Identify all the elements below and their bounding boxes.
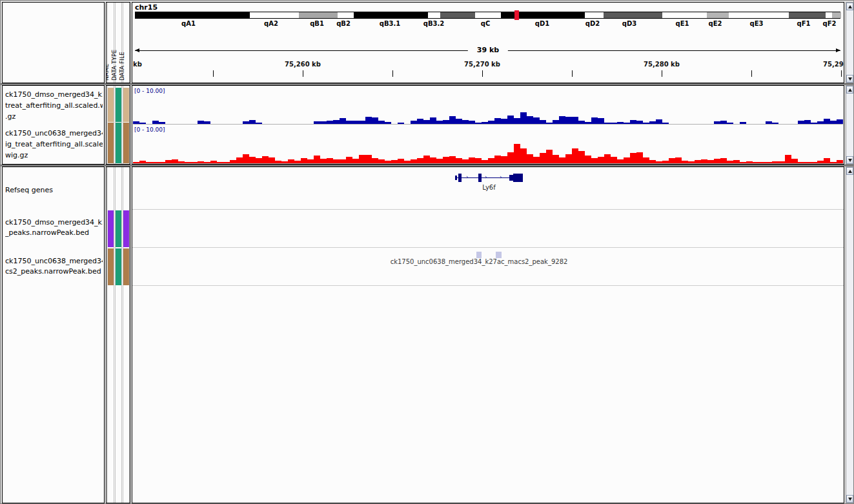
span-arrow-right-icon [836,48,840,52]
wig-signal-bar [462,159,469,163]
ideogram-band[interactable] [662,12,707,18]
wig-signal-bar [591,158,598,163]
wig-signal-bar [714,121,720,124]
wig-signal-bar [649,121,656,124]
wig-signal-bar [707,160,714,163]
scroll-down-button[interactable] [846,156,853,164]
wig-signal-bar [559,157,565,163]
wig-signal-bar [443,157,449,163]
ideogram-band[interactable] [501,12,585,18]
ideogram-band[interactable] [832,12,841,18]
track-attribute-cell[interactable] [123,123,129,163]
wig-signal-bar [636,121,643,124]
scroll-down-button[interactable] [846,495,853,503]
ideogram-band-label: qD3 [615,20,644,27]
track-attribute-cell[interactable] [108,88,114,122]
wig-signal-bar [185,162,191,163]
track-attribute-cell[interactable] [123,210,129,247]
feature-scrollbar[interactable] [846,166,854,503]
track-name-unc0638-bed-line1[interactable]: ck1750_unc0638_merged34_k27 [5,256,103,267]
ideogram-band[interactable] [729,12,789,18]
track-name-dmso-bed-line1[interactable]: ck1750_dmso_merged34_k27ac [5,217,103,228]
ideogram-band[interactable] [354,12,428,18]
ideogram-band[interactable] [338,12,354,18]
wig-signal-bar [191,162,198,163]
wig-signal-bar [546,123,553,124]
wig-signal-bar [230,160,236,163]
wig-signal-bar [210,161,217,163]
track-name-unc0638-wig-line2[interactable]: ig_treat_afterfiting_all.scaled. [5,139,103,150]
track-name-refseq[interactable]: Refseq genes [5,185,103,196]
track-name-dmso-wig-line2[interactable]: treat_afterfiting_all.scaled.wig [5,101,103,111]
panel-divider[interactable] [1,83,854,85]
ideogram-band[interactable] [299,12,338,18]
panel-divider[interactable] [1,165,854,166]
wig-signal-bar [365,155,372,163]
gene-exon [513,174,523,182]
narrowpeak-feature[interactable] [476,252,482,258]
ideogram-band[interactable] [585,12,604,18]
wig-signal-bar [501,119,507,124]
ideogram-band[interactable] [250,12,299,18]
wig-signal-bar [430,117,436,124]
unc0638-wig-track[interactable] [133,128,843,164]
wig-signal-bar [249,120,256,124]
header-scrollbar[interactable] [846,2,854,83]
arrow-up-icon [848,5,852,8]
track-attribute-cell[interactable] [123,248,129,285]
wig-signal-bar [591,117,598,124]
wig-signal-bar [423,156,430,163]
track-attribute-cell[interactable] [108,248,114,285]
ideogram-band[interactable] [707,12,729,18]
wig-signal-bar [624,123,630,124]
wig-signal-bar [746,161,753,163]
track-attribute-cell[interactable] [116,88,121,122]
track-attribute-cell[interactable] [116,123,121,163]
scroll-up-button[interactable] [846,167,853,175]
wig-signal-bar [553,155,559,163]
track-attribute-cell[interactable] [108,210,114,247]
ideogram-band[interactable] [604,12,662,18]
scroll-up-button[interactable] [846,3,853,10]
ideogram-band[interactable] [826,12,832,18]
wig-signal-bar [830,121,837,124]
track-name-unc0638-wig-line3[interactable]: wig.gz [5,150,103,161]
wig-signal-bar [817,161,824,163]
scroll-up-button[interactable] [846,86,853,94]
wig-signal-bar [533,157,540,163]
feature-tracks-panel: ››› Ly6f ck1750_unc0638_merged34_k27ac_m… [132,166,844,503]
track-name-dmso-wig-line3[interactable]: .gz [5,112,103,122]
ideogram-band[interactable] [440,12,475,18]
wig-signal-bar [301,158,307,163]
wig-signal-bar [385,122,391,124]
ideogram-band[interactable] [475,12,501,18]
ideogram-band[interactable] [789,12,826,18]
track-name-dmso-wig-line1[interactable]: ck1750_dmso_merged34_k27ac [5,90,103,100]
track-name-dmso-bed-line2[interactable]: _peaks.narrowPeak.bed [5,228,103,238]
track-attribute-cell[interactable] [123,88,129,122]
track-attribute-cell[interactable] [108,123,114,163]
track-name-unc0638-wig-line1[interactable]: ck1750_unc0638_merged34_k27 [5,128,103,139]
ideogram-band[interactable] [428,12,440,18]
wig-signal-bar [578,151,585,163]
data-scrollbar[interactable] [846,85,854,165]
scroll-down-button[interactable] [846,75,853,83]
refseq-gene-ly6f[interactable]: ››› [455,172,523,184]
wig-signal-bar [456,119,462,124]
track-attribute-cell[interactable] [116,248,121,285]
wig-signal-bar [811,162,817,163]
wig-signal-bar [830,162,837,163]
ideogram-band[interactable] [136,12,250,18]
wig-signal-bar [449,156,456,163]
chromosome-ideogram[interactable] [135,12,840,19]
ideogram-band-label: qB3.2 [420,20,448,27]
wig-signal-bar [378,121,385,124]
track-name-unc0638-bed-line2[interactable]: cs2_peaks.narrowPeak.bed [5,267,103,277]
ideogram-band-label: qE1 [668,20,696,27]
track-attribute-cell[interactable] [116,210,121,247]
wig-signal-bar [695,160,701,163]
ruler-tick-label: 75,280 kb [633,61,691,68]
wig-signal-bar [585,122,591,124]
narrowpeak-feature[interactable] [496,252,502,258]
dmso-wig-track[interactable] [133,89,843,125]
